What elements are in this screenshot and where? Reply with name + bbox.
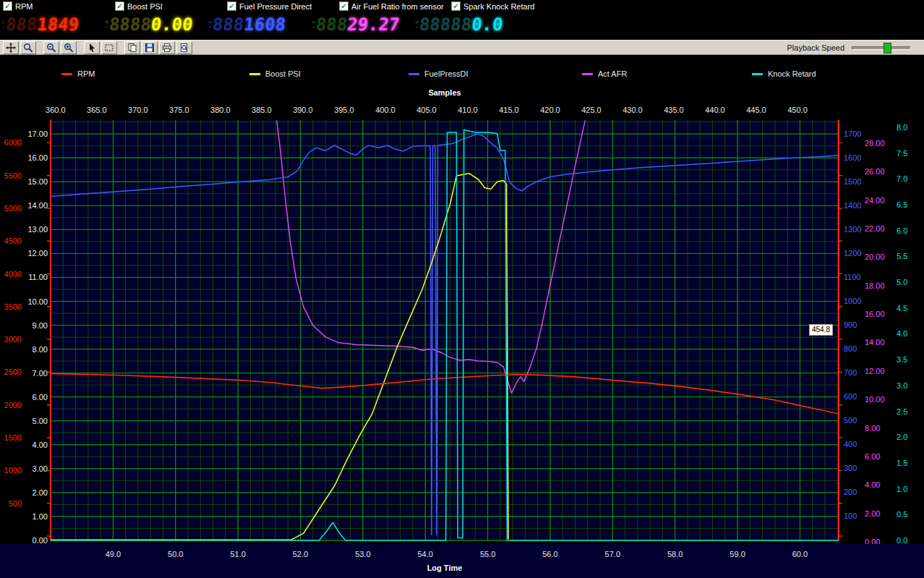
save-button[interactable] xyxy=(142,41,158,54)
playback-speed-slider[interactable] xyxy=(852,42,911,53)
svg-text:6.00: 6.00 xyxy=(33,393,48,401)
svg-text:410.0: 410.0 xyxy=(458,106,478,114)
svg-text:8.00: 8.00 xyxy=(33,345,48,354)
channel-toggle-boost-psi[interactable]: ✓Boost PSI xyxy=(115,1,227,12)
svg-text:28.00: 28.00 xyxy=(865,139,885,148)
svg-text:2.00: 2.00 xyxy=(865,509,880,518)
svg-text:14.00: 14.00 xyxy=(27,201,48,210)
svg-text:4.00: 4.00 xyxy=(33,441,48,449)
checkbox-spark-knock-retard[interactable]: ✓ xyxy=(451,1,461,11)
svg-text:500: 500 xyxy=(844,416,857,425)
print-icon xyxy=(162,43,172,53)
svg-text:3.00: 3.00 xyxy=(33,464,48,473)
pan-tool-button[interactable] xyxy=(3,41,19,54)
plot-canvas[interactable]: 360.0365.0370.0375.0380.0385.0390.0395.0… xyxy=(0,55,924,578)
led-value: 88829.27 xyxy=(315,14,401,35)
svg-text:500: 500 xyxy=(9,499,22,508)
bottom-axis-tick-label: 57.0 xyxy=(596,550,628,558)
bottom-axis-tick-label: 56.0 xyxy=(534,550,566,558)
slider-track xyxy=(852,46,911,50)
svg-text:900: 900 xyxy=(844,320,857,329)
svg-text:2000: 2000 xyxy=(4,401,22,409)
svg-text:4500: 4500 xyxy=(4,237,22,245)
datalog-viewer-window: ✓RPM✓Boost PSI✓Fuel Pressure Direct✓Air … xyxy=(0,0,924,578)
svg-text:390.0: 390.0 xyxy=(293,106,313,114)
svg-text:15.00: 15.00 xyxy=(27,177,48,186)
svg-text:6.0: 6.0 xyxy=(897,226,907,235)
pointer-tool-button[interactable] xyxy=(84,41,100,54)
channel-toggle-rpm[interactable]: ✓RPM xyxy=(3,1,115,12)
zoom-out-button[interactable] xyxy=(43,41,59,54)
bottom-axis-tick-label: 52.0 xyxy=(284,550,316,558)
toolbar-buttons xyxy=(3,41,194,54)
svg-text:425.0: 425.0 xyxy=(581,106,602,114)
channel-header: ✓RPM✓Boost PSI✓Fuel Pressure Direct✓Air … xyxy=(0,0,924,40)
led-ghost-digits: 88888 xyxy=(419,14,473,35)
svg-text:700: 700 xyxy=(844,368,857,377)
svg-text:17.00: 17.00 xyxy=(27,129,48,138)
led-lit-digits: 1608 xyxy=(243,14,287,35)
svg-text:24.00: 24.00 xyxy=(865,196,885,205)
svg-text:4.0: 4.0 xyxy=(897,329,907,338)
svg-text:2.0: 2.0 xyxy=(897,433,907,441)
svg-text:415.0: 415.0 xyxy=(499,106,519,114)
checkbox-fuel-pressure-direct[interactable]: ✓ xyxy=(227,1,236,11)
checkbox-air-fuel-ratio[interactable]: ✓ xyxy=(339,1,348,11)
svg-text:100: 100 xyxy=(844,511,857,520)
svg-text:11.00: 11.00 xyxy=(28,273,48,281)
copy-button[interactable] xyxy=(124,41,140,54)
print-button[interactable] xyxy=(159,41,175,54)
channel-label: Air Fuel Ratio from sensor xyxy=(351,2,444,11)
svg-text:385.0: 385.0 xyxy=(252,106,272,114)
zoom-in-button[interactable] xyxy=(61,41,77,54)
led-display-row: +-8881849+-88880.00+-8881608+-88829.27+-… xyxy=(0,14,924,35)
channel-toggle-spark-knock-retard[interactable]: ✓Spark Knock Retard xyxy=(451,1,563,12)
svg-text:200: 200 xyxy=(844,488,857,496)
svg-text:7.5: 7.5 xyxy=(897,149,907,158)
check-icon: ✓ xyxy=(4,3,10,10)
checkbox-boost-psi[interactable]: ✓ xyxy=(115,1,124,11)
svg-text:7.00: 7.00 xyxy=(33,369,48,378)
svg-text:1500: 1500 xyxy=(4,433,22,442)
channel-toggle-air-fuel-ratio[interactable]: ✓Air Fuel Ratio from sensor xyxy=(339,1,451,12)
bottom-axis-tick-label: 50.0 xyxy=(160,550,192,558)
svg-text:5.00: 5.00 xyxy=(33,417,48,425)
print-preview-button[interactable] xyxy=(176,41,192,54)
led-lit-digits: 0.0 xyxy=(471,14,504,35)
slider-thumb[interactable] xyxy=(884,43,891,54)
led-ghost-digits: 888 xyxy=(315,14,348,35)
led-display-boost-psi: +-88880.00 xyxy=(105,14,208,35)
channel-toggle-fuel-pressure-direct[interactable]: ✓Fuel Pressure Direct xyxy=(227,1,339,12)
led-display-spark-knock-retard: +-888880.0 xyxy=(415,14,518,35)
zoom-window-button[interactable] xyxy=(20,41,36,54)
toolbar: Playback Speed xyxy=(0,40,924,55)
svg-text:365.0: 365.0 xyxy=(87,106,107,114)
svg-text:7.0: 7.0 xyxy=(897,174,907,183)
checkbox-rpm[interactable]: ✓ xyxy=(3,1,12,11)
svg-text:1600: 1600 xyxy=(844,153,861,162)
svg-text:360.0: 360.0 xyxy=(46,106,66,114)
bottom-axis-tick-label: 53.0 xyxy=(347,550,379,558)
svg-text:12.00: 12.00 xyxy=(27,249,48,258)
svg-text:1500: 1500 xyxy=(844,177,861,186)
select-region-button[interactable] xyxy=(101,41,117,54)
svg-text:8.0: 8.0 xyxy=(897,123,907,132)
svg-text:300: 300 xyxy=(844,464,857,472)
zoomin-icon xyxy=(64,43,74,53)
svg-text:800: 800 xyxy=(844,344,857,353)
led-ghost-digits: 888 xyxy=(212,14,245,35)
svg-text:1400: 1400 xyxy=(844,201,861,210)
axis-tick-labels-knock: 0.00.51.01.52.02.53.03.54.04.55.05.56.06… xyxy=(897,123,907,545)
check-icon: ✓ xyxy=(453,3,458,10)
svg-text:1300: 1300 xyxy=(844,225,861,234)
svg-text:1.5: 1.5 xyxy=(897,459,907,467)
svg-text:380.0: 380.0 xyxy=(210,106,231,114)
svg-text:3500: 3500 xyxy=(4,302,22,311)
bottom-axis-tick-label: 60.0 xyxy=(784,550,816,558)
svg-text:8.00: 8.00 xyxy=(865,424,880,433)
axis-tick-labels-rpm: 5001000150020002500300035004000450050005… xyxy=(4,138,22,507)
svg-text:1000: 1000 xyxy=(4,466,22,475)
top-axis-tick-labels: 360.0365.0370.0375.0380.0385.0390.0395.0… xyxy=(46,106,808,114)
svg-text:400.0: 400.0 xyxy=(375,106,395,114)
svg-text:16.00: 16.00 xyxy=(865,310,885,318)
